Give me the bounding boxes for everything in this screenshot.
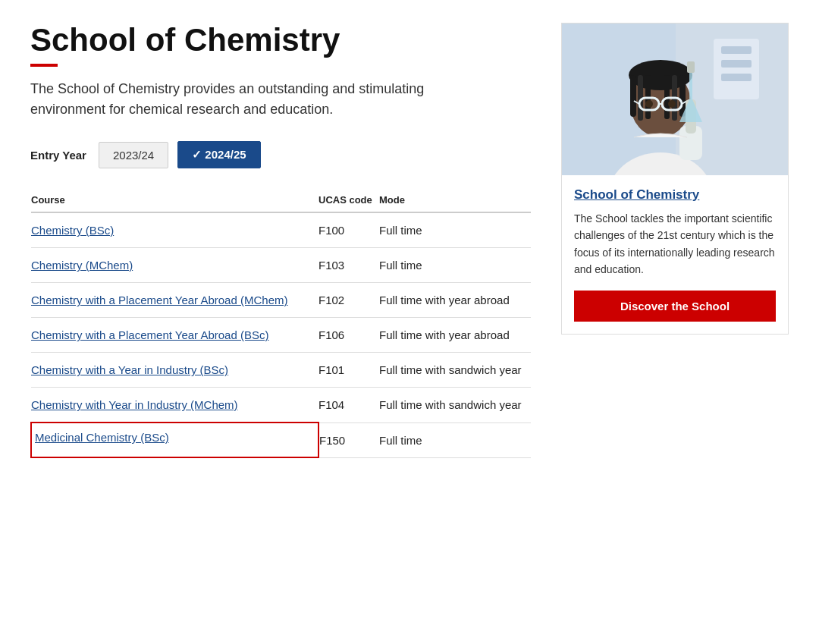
table-row: Chemistry with a Placement Year Abroad (… bbox=[31, 318, 531, 353]
course-cell: Chemistry with a Year in Industry (BSc) bbox=[31, 353, 318, 388]
ucas-cell: F100 bbox=[318, 212, 379, 248]
course-cell: Chemistry (BSc) bbox=[31, 212, 318, 248]
svg-rect-4 bbox=[721, 60, 752, 68]
svg-rect-10 bbox=[630, 75, 636, 117]
discover-school-button[interactable]: Discover the School bbox=[574, 291, 776, 322]
page-title: School of Chemistry bbox=[30, 23, 531, 58]
ucas-column-header: UCAS code bbox=[318, 190, 379, 212]
ucas-cell: F106 bbox=[318, 318, 379, 353]
course-link[interactable]: Chemistry with Year in Industry (MChem) bbox=[31, 398, 238, 411]
ucas-cell: F150 bbox=[318, 423, 379, 457]
svg-point-21 bbox=[645, 100, 653, 108]
entry-year-label: Entry Year bbox=[30, 149, 86, 162]
svg-rect-25 bbox=[687, 61, 695, 73]
sidebar-school-title-link[interactable]: School of Chemistry bbox=[574, 187, 776, 203]
sidebar-image bbox=[562, 24, 788, 175]
year-2023-button[interactable]: 2023/24 bbox=[99, 142, 168, 168]
decorative-bar bbox=[30, 64, 58, 67]
course-link[interactable]: Chemistry (BSc) bbox=[31, 224, 114, 237]
sidebar-description: The School tackles the important scienti… bbox=[574, 210, 776, 278]
sidebar-content: School of Chemistry The School tackles t… bbox=[562, 175, 788, 334]
ucas-cell: F102 bbox=[318, 283, 379, 318]
mode-cell: Full time with year abroad bbox=[379, 283, 531, 318]
course-link[interactable]: Medicinal Chemistry (BSc) bbox=[35, 431, 169, 444]
entry-year-selector: Entry Year 2023/24 2024/25 bbox=[30, 141, 531, 168]
ucas-cell: F101 bbox=[318, 353, 379, 388]
table-row: Chemistry with a Placement Year Abroad (… bbox=[31, 283, 531, 318]
sidebar-card: School of Chemistry The School tackles t… bbox=[561, 23, 789, 335]
course-column-header: Course bbox=[31, 190, 318, 212]
ucas-cell: F104 bbox=[318, 388, 379, 423]
course-link[interactable]: Chemistry (MChem) bbox=[31, 259, 133, 272]
course-cell: Chemistry with a Placement Year Abroad (… bbox=[31, 283, 318, 318]
table-row: Chemistry (BSc)F100Full time bbox=[31, 212, 531, 248]
courses-table: Course UCAS code Mode Chemistry (BSc)F10… bbox=[30, 190, 531, 458]
mode-column-header: Mode bbox=[379, 190, 531, 212]
ucas-cell: F103 bbox=[318, 248, 379, 283]
svg-rect-3 bbox=[721, 46, 752, 54]
mode-cell: Full time bbox=[379, 212, 531, 248]
table-row: Chemistry with a Year in Industry (BSc)F… bbox=[31, 353, 531, 388]
table-row: Medicinal Chemistry (BSc)F150Full time bbox=[31, 423, 531, 457]
course-link[interactable]: Chemistry with a Placement Year Abroad (… bbox=[31, 294, 287, 306]
svg-rect-5 bbox=[721, 74, 752, 81]
mode-cell: Full time bbox=[379, 423, 531, 457]
mode-cell: Full time with year abroad bbox=[379, 318, 531, 353]
sidebar: School of Chemistry The School tackles t… bbox=[561, 23, 789, 458]
year-2024-button[interactable]: 2024/25 bbox=[177, 141, 260, 168]
mode-cell: Full time with sandwich year bbox=[379, 353, 531, 388]
course-link[interactable]: Chemistry with a Year in Industry (BSc) bbox=[31, 363, 228, 376]
mode-cell: Full time bbox=[379, 248, 531, 283]
mode-cell: Full time with sandwich year bbox=[379, 388, 531, 423]
course-link[interactable]: Chemistry with a Placement Year Abroad (… bbox=[31, 328, 268, 341]
course-cell: Chemistry (MChem) bbox=[31, 248, 318, 283]
table-row: Chemistry with Year in Industry (MChem)F… bbox=[31, 388, 531, 423]
table-row: Chemistry (MChem)F103Full time bbox=[31, 248, 531, 283]
course-cell: Chemistry with a Placement Year Abroad (… bbox=[31, 318, 318, 353]
table-header-row: Course UCAS code Mode bbox=[31, 190, 531, 212]
page-layout: School of Chemistry The School of Chemis… bbox=[30, 23, 789, 458]
svg-point-22 bbox=[668, 100, 676, 108]
course-cell: Chemistry with Year in Industry (MChem) bbox=[31, 388, 318, 423]
course-cell: Medicinal Chemistry (BSc) bbox=[31, 423, 318, 457]
main-content: School of Chemistry The School of Chemis… bbox=[30, 23, 531, 458]
page-description: The School of Chemistry provides an outs… bbox=[30, 79, 470, 120]
